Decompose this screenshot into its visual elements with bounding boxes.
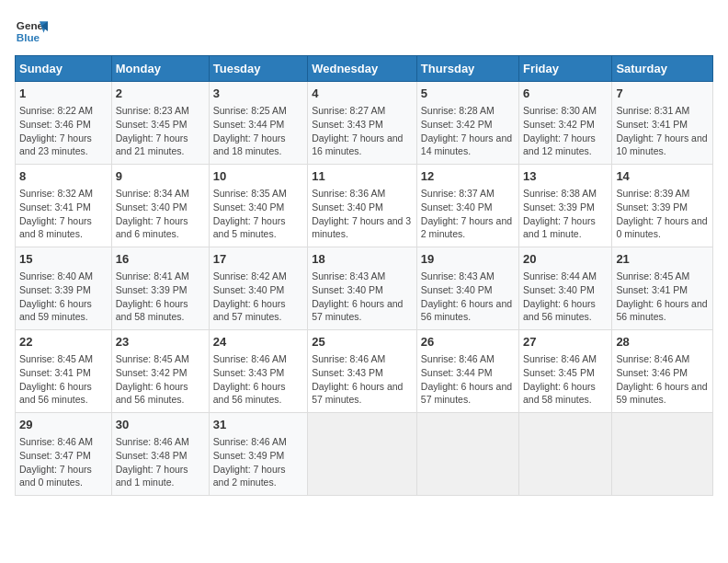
day-cell: 4 Sunrise: 8:27 AM Sunset: 3:43 PM Dayli… xyxy=(308,82,417,165)
day-number: 26 xyxy=(421,334,515,350)
day-cell: 8 Sunrise: 8:32 AM Sunset: 3:41 PM Dayli… xyxy=(16,165,112,247)
day-detail: Sunrise: 8:45 AM Sunset: 3:42 PM Dayligh… xyxy=(116,352,205,407)
day-detail: Sunrise: 8:41 AM Sunset: 3:39 PM Dayligh… xyxy=(116,270,205,324)
day-cell: 28 Sunrise: 8:46 AM Sunset: 3:46 PM Dayl… xyxy=(612,330,713,413)
day-detail: Sunrise: 8:37 AM Sunset: 3:40 PM Dayligh… xyxy=(421,187,515,241)
day-cell: 9 Sunrise: 8:34 AM Sunset: 3:40 PM Dayli… xyxy=(111,165,209,247)
day-detail: Sunrise: 8:35 AM Sunset: 3:40 PM Dayligh… xyxy=(213,187,303,241)
day-cell: 1 Sunrise: 8:22 AM Sunset: 3:46 PM Dayli… xyxy=(16,82,112,165)
header-cell-tuesday: Tuesday xyxy=(209,56,307,82)
day-detail: Sunrise: 8:46 AM Sunset: 3:44 PM Dayligh… xyxy=(421,352,515,407)
day-cell: 15 Sunrise: 8:40 AM Sunset: 3:39 PM Dayl… xyxy=(16,247,112,330)
day-cell: 5 Sunrise: 8:28 AM Sunset: 3:42 PM Dayli… xyxy=(416,82,518,165)
day-detail: Sunrise: 8:28 AM Sunset: 3:42 PM Dayligh… xyxy=(421,104,515,158)
day-number: 22 xyxy=(19,334,108,350)
day-number: 4 xyxy=(312,86,413,102)
day-cell: 29 Sunrise: 8:46 AM Sunset: 3:47 PM Dayl… xyxy=(16,413,112,496)
day-number: 25 xyxy=(312,334,413,350)
day-detail: Sunrise: 8:31 AM Sunset: 3:41 PM Dayligh… xyxy=(616,104,709,158)
day-detail: Sunrise: 8:46 AM Sunset: 3:46 PM Dayligh… xyxy=(616,352,709,407)
header-cell-friday: Friday xyxy=(519,56,612,82)
day-number: 8 xyxy=(19,168,108,185)
day-detail: Sunrise: 8:45 AM Sunset: 3:41 PM Dayligh… xyxy=(19,352,108,407)
day-cell: 20 Sunrise: 8:44 AM Sunset: 3:40 PM Dayl… xyxy=(519,247,612,330)
header-cell-saturday: Saturday xyxy=(612,56,713,82)
day-cell: 25 Sunrise: 8:46 AM Sunset: 3:43 PM Dayl… xyxy=(308,330,417,413)
day-number: 21 xyxy=(616,251,709,268)
day-detail: Sunrise: 8:46 AM Sunset: 3:45 PM Dayligh… xyxy=(523,352,608,407)
week-row-4: 22 Sunrise: 8:45 AM Sunset: 3:41 PM Dayl… xyxy=(16,330,713,413)
day-number: 27 xyxy=(523,334,608,350)
day-cell: 27 Sunrise: 8:46 AM Sunset: 3:45 PM Dayl… xyxy=(519,330,612,413)
day-detail: Sunrise: 8:34 AM Sunset: 3:40 PM Dayligh… xyxy=(116,187,205,241)
header-cell-wednesday: Wednesday xyxy=(308,56,417,82)
day-number: 10 xyxy=(213,168,303,185)
day-number: 6 xyxy=(523,86,608,102)
day-cell: 14 Sunrise: 8:39 AM Sunset: 3:39 PM Dayl… xyxy=(612,165,713,247)
day-number: 3 xyxy=(213,86,303,102)
day-number: 18 xyxy=(312,251,413,268)
header-cell-thursday: Thursday xyxy=(416,56,518,82)
day-number: 24 xyxy=(213,334,303,350)
calendar-table: SundayMondayTuesdayWednesdayThursdayFrid… xyxy=(15,55,713,496)
day-cell: 3 Sunrise: 8:25 AM Sunset: 3:44 PM Dayli… xyxy=(209,82,307,165)
day-number: 28 xyxy=(616,334,709,350)
day-number: 1 xyxy=(19,86,108,102)
day-detail: Sunrise: 8:40 AM Sunset: 3:39 PM Dayligh… xyxy=(19,270,108,324)
day-cell: 11 Sunrise: 8:36 AM Sunset: 3:40 PM Dayl… xyxy=(308,165,417,247)
day-number: 31 xyxy=(213,417,303,433)
day-number: 30 xyxy=(116,417,205,433)
day-cell: 17 Sunrise: 8:42 AM Sunset: 3:40 PM Dayl… xyxy=(209,247,307,330)
day-number: 29 xyxy=(19,417,108,433)
day-number: 19 xyxy=(421,251,515,268)
day-detail: Sunrise: 8:30 AM Sunset: 3:42 PM Dayligh… xyxy=(523,104,608,158)
day-number: 17 xyxy=(213,251,303,268)
day-number: 20 xyxy=(523,251,608,268)
day-number: 14 xyxy=(616,168,709,185)
day-detail: Sunrise: 8:42 AM Sunset: 3:40 PM Dayligh… xyxy=(213,270,303,324)
day-detail: Sunrise: 8:46 AM Sunset: 3:43 PM Dayligh… xyxy=(312,352,413,407)
page-header: General Blue xyxy=(15,15,713,48)
day-detail: Sunrise: 8:36 AM Sunset: 3:40 PM Dayligh… xyxy=(312,187,413,241)
day-cell: 31 Sunrise: 8:46 AM Sunset: 3:49 PM Dayl… xyxy=(209,413,307,496)
day-number: 12 xyxy=(421,168,515,185)
week-row-5: 29 Sunrise: 8:46 AM Sunset: 3:47 PM Dayl… xyxy=(16,413,713,496)
day-detail: Sunrise: 8:43 AM Sunset: 3:40 PM Dayligh… xyxy=(421,270,515,324)
day-detail: Sunrise: 8:27 AM Sunset: 3:43 PM Dayligh… xyxy=(312,104,413,158)
day-detail: Sunrise: 8:46 AM Sunset: 3:43 PM Dayligh… xyxy=(213,352,303,407)
day-detail: Sunrise: 8:23 AM Sunset: 3:45 PM Dayligh… xyxy=(116,104,205,158)
day-cell: 19 Sunrise: 8:43 AM Sunset: 3:40 PM Dayl… xyxy=(416,247,518,330)
header-row: SundayMondayTuesdayWednesdayThursdayFrid… xyxy=(16,56,713,82)
day-cell: 30 Sunrise: 8:46 AM Sunset: 3:48 PM Dayl… xyxy=(111,413,209,496)
day-detail: Sunrise: 8:39 AM Sunset: 3:39 PM Dayligh… xyxy=(616,187,709,241)
day-cell: 2 Sunrise: 8:23 AM Sunset: 3:45 PM Dayli… xyxy=(111,82,209,165)
day-cell: 12 Sunrise: 8:37 AM Sunset: 3:40 PM Dayl… xyxy=(416,165,518,247)
day-number: 11 xyxy=(312,168,413,185)
week-row-1: 1 Sunrise: 8:22 AM Sunset: 3:46 PM Dayli… xyxy=(16,82,713,165)
day-cell: 13 Sunrise: 8:38 AM Sunset: 3:39 PM Dayl… xyxy=(519,165,612,247)
week-row-3: 15 Sunrise: 8:40 AM Sunset: 3:39 PM Dayl… xyxy=(16,247,713,330)
day-cell xyxy=(416,413,518,496)
day-number: 2 xyxy=(116,86,205,102)
day-cell: 6 Sunrise: 8:30 AM Sunset: 3:42 PM Dayli… xyxy=(519,82,612,165)
day-number: 9 xyxy=(116,168,205,185)
day-detail: Sunrise: 8:43 AM Sunset: 3:40 PM Dayligh… xyxy=(312,270,413,324)
day-detail: Sunrise: 8:46 AM Sunset: 3:47 PM Dayligh… xyxy=(19,435,108,489)
day-cell xyxy=(519,413,612,496)
day-detail: Sunrise: 8:46 AM Sunset: 3:48 PM Dayligh… xyxy=(116,435,205,489)
logo-icon: General Blue xyxy=(15,15,48,48)
day-cell xyxy=(308,413,417,496)
day-number: 23 xyxy=(116,334,205,350)
svg-text:Blue: Blue xyxy=(17,31,40,43)
day-number: 7 xyxy=(616,86,709,102)
day-detail: Sunrise: 8:45 AM Sunset: 3:41 PM Dayligh… xyxy=(616,270,709,324)
header-cell-sunday: Sunday xyxy=(16,56,112,82)
day-cell: 7 Sunrise: 8:31 AM Sunset: 3:41 PM Dayli… xyxy=(612,82,713,165)
day-number: 13 xyxy=(523,168,608,185)
day-cell xyxy=(612,413,713,496)
day-cell: 24 Sunrise: 8:46 AM Sunset: 3:43 PM Dayl… xyxy=(209,330,307,413)
day-detail: Sunrise: 8:44 AM Sunset: 3:40 PM Dayligh… xyxy=(523,270,608,324)
day-detail: Sunrise: 8:38 AM Sunset: 3:39 PM Dayligh… xyxy=(523,187,608,241)
day-detail: Sunrise: 8:22 AM Sunset: 3:46 PM Dayligh… xyxy=(19,104,108,158)
day-cell: 16 Sunrise: 8:41 AM Sunset: 3:39 PM Dayl… xyxy=(111,247,209,330)
